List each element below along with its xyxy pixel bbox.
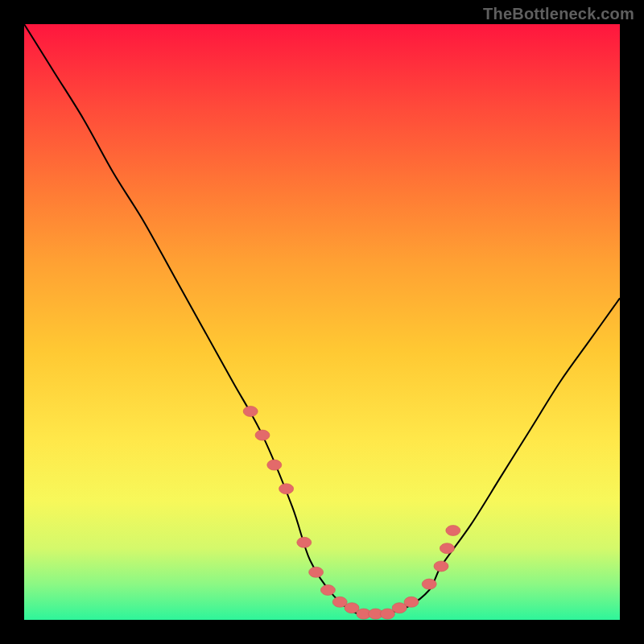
sample-dot <box>332 597 347 607</box>
sample-dot <box>422 579 436 589</box>
watermark-text: TheBottleneck.com <box>483 5 634 23</box>
sample-dot <box>320 585 335 596</box>
sample-dot <box>345 603 359 613</box>
chart-plot-area <box>24 24 620 620</box>
sample-dot <box>243 407 258 417</box>
sample-dot <box>380 609 394 619</box>
sample-dot <box>440 543 454 554</box>
sample-dot <box>279 484 294 494</box>
sample-dot <box>446 526 460 536</box>
sample-dot <box>434 561 448 572</box>
bottleneck-curve <box>24 24 620 616</box>
chart-svg <box>24 24 620 620</box>
sample-dot <box>392 603 407 613</box>
sample-dot <box>255 430 270 440</box>
sample-dot <box>297 537 312 547</box>
sample-dot <box>404 597 419 607</box>
sample-dot <box>267 460 282 470</box>
sample-dots-group <box>243 407 460 620</box>
sample-dot <box>309 567 324 577</box>
